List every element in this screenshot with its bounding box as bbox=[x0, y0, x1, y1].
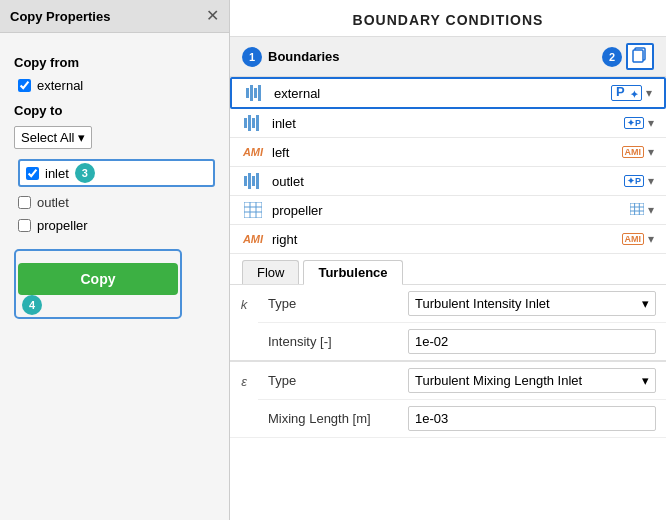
svg-rect-10 bbox=[256, 115, 259, 131]
epsilon-mixing-label: Mixing Length [m] bbox=[258, 400, 398, 438]
outlet-chevron-icon[interactable]: ▾ bbox=[648, 174, 654, 188]
boundary-row-right[interactable]: AMI right AMI ▾ bbox=[230, 225, 666, 254]
page-title: BOUNDARY CONDITIONS bbox=[230, 0, 666, 37]
epsilon-greek: ε bbox=[230, 361, 258, 438]
copy-pages-icon bbox=[632, 47, 648, 63]
checkbox-outlet: outlet bbox=[18, 195, 215, 210]
left-chevron-icon[interactable]: ▾ bbox=[648, 145, 654, 159]
inlet-checkbox[interactable] bbox=[26, 167, 39, 180]
svg-rect-5 bbox=[258, 85, 261, 101]
epsilon-mixing-row: Mixing Length [m] bbox=[230, 400, 666, 438]
select-all-label: Select All bbox=[21, 130, 74, 145]
badge-2: 2 bbox=[602, 47, 622, 67]
checkbox-inlet: inlet 3 bbox=[18, 159, 215, 187]
copy-button[interactable]: Copy bbox=[18, 263, 178, 295]
k-type-row: k Type Turbulent Intensity Inlet ▾ bbox=[230, 285, 666, 323]
epsilon-type-row: ε Type Turbulent Mixing Length Inlet ▾ bbox=[230, 361, 666, 400]
svg-rect-15 bbox=[244, 202, 262, 218]
svg-text:P: P bbox=[616, 86, 625, 98]
inlet-label: inlet bbox=[45, 166, 69, 181]
tab-flow[interactable]: Flow bbox=[242, 260, 299, 284]
epsilon-type-chevron-icon: ▾ bbox=[642, 373, 649, 388]
external-chevron-icon[interactable]: ▾ bbox=[646, 86, 652, 100]
boundaries-text: Boundaries bbox=[268, 49, 340, 64]
k-intensity-input[interactable] bbox=[408, 329, 656, 354]
k-type-text: Turbulent Intensity Inlet bbox=[415, 296, 642, 311]
copy-to-label: Copy to bbox=[14, 103, 215, 118]
svg-rect-4 bbox=[254, 88, 257, 98]
inlet-icon bbox=[242, 114, 264, 132]
right-chevron-icon[interactable]: ▾ bbox=[648, 232, 654, 246]
svg-rect-9 bbox=[252, 118, 255, 128]
svg-rect-7 bbox=[244, 118, 247, 128]
outlet-right: ✦P ▾ bbox=[624, 174, 654, 188]
badge-3: 3 bbox=[75, 163, 95, 183]
svg-rect-11 bbox=[244, 176, 247, 186]
svg-rect-1 bbox=[633, 50, 643, 62]
epsilon-type-value-cell: Turbulent Mixing Length Inlet ▾ bbox=[398, 361, 666, 400]
badge-4: 4 bbox=[22, 295, 42, 315]
boundary-row-propeller[interactable]: propeller ▾ bbox=[230, 196, 666, 225]
epsilon-mixing-value-cell bbox=[398, 400, 666, 438]
tab-turbulence[interactable]: Turbulence bbox=[303, 260, 402, 285]
propeller-name: propeller bbox=[272, 203, 630, 218]
copy-from-item: external bbox=[18, 78, 215, 93]
outlet-p-icon: ✦P bbox=[624, 175, 644, 187]
copy-from-label: Copy from bbox=[14, 55, 215, 70]
propeller-right: ▾ bbox=[630, 203, 654, 218]
propeller-checkbox[interactable] bbox=[18, 219, 31, 232]
boundaries-header: 1 Boundaries 2 bbox=[230, 37, 666, 77]
propeller-label: propeller bbox=[37, 218, 88, 233]
boundary-row-inlet[interactable]: inlet ✦P ▾ bbox=[230, 109, 666, 138]
external-right: P ✦ ▾ bbox=[611, 85, 652, 101]
boundary-conditions-panel: BOUNDARY CONDITIONS 1 Boundaries 2 bbox=[230, 0, 666, 520]
boundaries-label: 1 Boundaries bbox=[242, 47, 340, 67]
outlet-label: outlet bbox=[37, 195, 69, 210]
right-ami-icon: AMI bbox=[622, 233, 645, 245]
boundary-row-external[interactable]: external P ✦ ▾ bbox=[230, 77, 666, 109]
dropdown-chevron-icon: ▾ bbox=[78, 130, 85, 145]
outlet-wall-icon bbox=[244, 173, 262, 189]
badge-1: 1 bbox=[242, 47, 262, 67]
epsilon-type-label: Type bbox=[258, 361, 398, 400]
inlet-name: inlet bbox=[272, 116, 624, 131]
inlet-chevron-icon[interactable]: ▾ bbox=[648, 116, 654, 130]
copy-icon-button[interactable] bbox=[626, 43, 654, 70]
k-type-value-cell: Turbulent Intensity Inlet ▾ bbox=[398, 285, 666, 323]
panel-body: Copy from external Copy to Select All ▾ … bbox=[0, 33, 229, 520]
close-button[interactable]: ✕ bbox=[206, 8, 219, 24]
boundary-row-outlet[interactable]: outlet ✦P ▾ bbox=[230, 167, 666, 196]
propeller-mesh-icon bbox=[630, 203, 644, 218]
copy-from-checkbox[interactable] bbox=[18, 79, 31, 92]
right-name: right bbox=[272, 232, 622, 247]
select-all-dropdown[interactable]: Select All ▾ bbox=[14, 126, 92, 149]
propeller-icon bbox=[242, 201, 264, 219]
svg-rect-14 bbox=[256, 173, 259, 189]
mesh-icon bbox=[244, 202, 262, 218]
inlet-p-icon: ✦P bbox=[624, 117, 644, 129]
k-intensity-value-cell bbox=[398, 323, 666, 362]
outlet-checkbox[interactable] bbox=[18, 196, 31, 209]
boundary-row-left[interactable]: AMI left AMI ▾ bbox=[230, 138, 666, 167]
boundaries-section: 1 Boundaries 2 bbox=[230, 37, 666, 254]
copy-button-wrapper: Copy 4 bbox=[14, 249, 182, 319]
svg-rect-20 bbox=[630, 203, 644, 215]
left-icon: AMI bbox=[242, 143, 264, 161]
external-name: external bbox=[274, 86, 611, 101]
left-name: left bbox=[272, 145, 622, 160]
copy-to-row: Select All ▾ bbox=[14, 126, 215, 149]
copy-properties-panel: Copy Properties ✕ Copy from external Cop… bbox=[0, 0, 230, 520]
right-icon: AMI bbox=[242, 230, 264, 248]
tabs-row: Flow Turbulence bbox=[230, 254, 666, 285]
epsilon-type-select[interactable]: Turbulent Mixing Length Inlet ▾ bbox=[408, 368, 656, 393]
outlet-name: outlet bbox=[272, 174, 624, 189]
outlet-icon bbox=[242, 172, 264, 190]
propeller-chevron-icon[interactable]: ▾ bbox=[648, 203, 654, 217]
epsilon-mixing-input[interactable] bbox=[408, 406, 656, 431]
k-type-select[interactable]: Turbulent Intensity Inlet ▾ bbox=[408, 291, 656, 316]
k-type-chevron-icon: ▾ bbox=[642, 296, 649, 311]
panel-title: Copy Properties bbox=[10, 9, 110, 24]
copy-from-value: external bbox=[37, 78, 83, 93]
svg-rect-12 bbox=[248, 173, 251, 189]
right-right: AMI ▾ bbox=[622, 232, 655, 246]
